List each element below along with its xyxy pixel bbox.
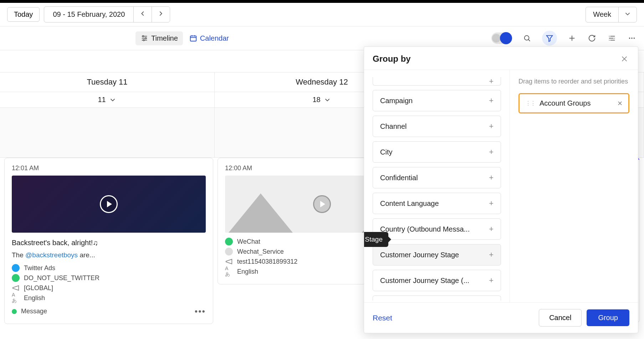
plus-icon: + (489, 147, 494, 157)
plus-icon: + (489, 96, 494, 105)
tab-calendar[interactable]: Calendar (184, 31, 234, 45)
megaphone-icon (12, 284, 20, 292)
post-card-tuesday[interactable]: 12:01 AM Backstreet's back, alright!♫ Th… (4, 158, 213, 324)
priority-item-account-groups[interactable]: ⋮⋮ Account Groups ✕ (518, 93, 629, 113)
plus-icon: + (489, 224, 494, 234)
cancel-button[interactable]: Cancel (539, 309, 582, 327)
today-button[interactable]: Today (7, 7, 40, 22)
count-value: 11 (98, 96, 106, 104)
sliders-icon (140, 34, 148, 42)
toggle-off-knob (492, 34, 501, 42)
meta-channel: Twitter Ads (12, 264, 206, 272)
plus-icon: + (489, 173, 494, 182)
options-list: + Campaign+ Channel+ City+ Confidential+… (364, 70, 510, 302)
chevron-left-icon (139, 10, 147, 17)
chevron-down-icon (323, 96, 331, 104)
day-count-tue[interactable]: 11 (0, 92, 215, 107)
view-toggle[interactable] (491, 32, 512, 44)
svg-point-19 (631, 37, 633, 39)
add-button[interactable] (567, 33, 577, 43)
date-range-nav: 09 - 15 February, 2020 (44, 6, 170, 22)
priority-item-label: Account Groups (540, 99, 591, 107)
chevron-right-icon (157, 10, 165, 17)
more-button[interactable] (627, 33, 637, 43)
svg-rect-6 (190, 36, 196, 41)
svg-line-11 (528, 40, 530, 41)
view-range-label: Week (586, 7, 618, 21)
option-tooltip: Customer Journey Stage (364, 232, 388, 247)
status-dot-icon (12, 309, 17, 314)
twitter-icon (12, 264, 20, 272)
groupby-option-confidential[interactable]: Confidential+ (373, 167, 501, 188)
plus-icon: + (489, 122, 494, 131)
remove-priority-button[interactable]: ✕ (617, 100, 623, 107)
plus-icon: + (489, 199, 494, 208)
svg-point-20 (634, 37, 635, 39)
count-value: 18 (312, 96, 320, 104)
group-button[interactable]: Group (587, 309, 629, 326)
groupby-option-country[interactable]: Country (Outbound Messa...+ (373, 218, 501, 240)
refresh-button[interactable] (587, 33, 597, 43)
card-more-button[interactable]: ••• (195, 307, 206, 317)
calendar-icon (189, 34, 197, 42)
plus-icon (568, 34, 576, 42)
svg-point-10 (525, 36, 529, 40)
tab-timeline[interactable]: Timeline (136, 31, 183, 45)
svg-point-18 (629, 37, 630, 39)
wechat-icon (225, 238, 233, 246)
card-subtext: The @backstreetboys are... (12, 251, 206, 259)
groupby-panel: Group by + Campaign+ Channel+ City+ Conf… (364, 46, 638, 333)
search-icon (523, 34, 531, 42)
megaphone-icon (225, 258, 233, 265)
close-icon (620, 55, 628, 63)
card-time: 12:01 AM (12, 165, 206, 172)
card-title: Backstreet's back, alright!♫ (12, 238, 206, 248)
groupby-option-city[interactable]: City+ (373, 141, 501, 163)
groupby-option-partial-bottom[interactable] (373, 295, 501, 300)
prev-arrow[interactable] (133, 7, 152, 22)
priority-column: Drag items to reorder and set priorities… (510, 70, 638, 302)
plus-icon: + (489, 276, 494, 285)
play-icon (100, 195, 118, 213)
chevron-down-icon (618, 7, 637, 22)
account-icon (225, 248, 233, 255)
account-icon (12, 274, 20, 282)
settings-list-icon (608, 34, 616, 42)
date-range-label: 09 - 15 February, 2020 (44, 7, 133, 21)
groupby-option-partial[interactable]: + (373, 77, 501, 86)
plus-icon: + (489, 250, 494, 259)
meta-account: DO_NOT_USE_TWITTER (12, 274, 206, 282)
svg-point-3 (143, 36, 144, 37)
more-horizontal-icon (628, 34, 636, 42)
search-button[interactable] (522, 33, 532, 43)
meta-status: Message (12, 308, 47, 315)
mention-link[interactable]: @backstreetboys (25, 251, 78, 259)
svg-marker-12 (547, 36, 553, 42)
refresh-icon (588, 34, 596, 42)
language-icon: Aあ (225, 268, 233, 275)
view-range-select[interactable]: Week (586, 7, 637, 22)
meta-campaign: [GLOBAL] (12, 284, 206, 292)
tab-timeline-label: Timeline (151, 34, 178, 42)
groupby-option-customer-journey-stage[interactable]: Customer Journey Stage+ (373, 244, 501, 265)
groupby-option-campaign[interactable]: Campaign+ (373, 90, 501, 111)
card-thumbnail (12, 176, 206, 233)
reset-button[interactable]: Reset (373, 314, 392, 322)
language-icon: Aあ (12, 294, 20, 302)
close-panel-button[interactable] (619, 54, 629, 64)
svg-point-5 (143, 40, 144, 41)
play-icon (313, 195, 331, 213)
settings-button[interactable] (607, 33, 617, 43)
groupby-option-content-language[interactable]: Content Language+ (373, 193, 501, 214)
drag-handle-icon[interactable]: ⋮⋮ (525, 100, 535, 107)
meta-language: AあEnglish (12, 294, 206, 302)
next-arrow[interactable] (152, 7, 170, 22)
priority-hint: Drag items to reorder and set priorities (518, 77, 629, 86)
header-bar: Today 09 - 15 February, 2020 Week (0, 3, 644, 26)
day-header-tuesday: Tuesday 11 (0, 72, 215, 92)
filter-icon (546, 34, 553, 42)
groupby-option-channel[interactable]: Channel+ (373, 116, 501, 137)
filter-button[interactable] (542, 31, 557, 46)
tab-calendar-label: Calendar (200, 34, 229, 42)
groupby-option-customer-journey-stage-2[interactable]: Customer Journey Stage (...+ (373, 270, 501, 291)
